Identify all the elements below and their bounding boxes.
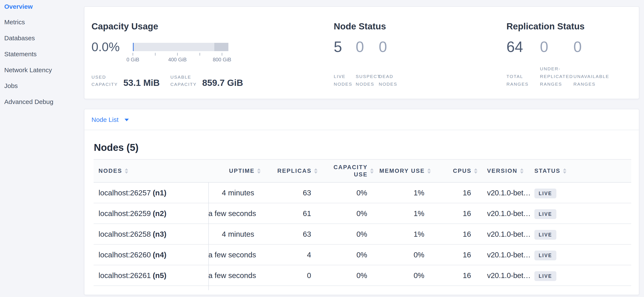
total-ranges-stat: 64 TOTAL RANGES bbox=[506, 39, 523, 88]
capacity-usage-title: Capacity Usage bbox=[92, 21, 158, 31]
memory-use-cell: 1% bbox=[372, 203, 428, 224]
under-replicated-count: 0 bbox=[540, 39, 548, 55]
table-row-n4[interactable]: localhost:26260(n4) a few seconds 4 0% 0… bbox=[94, 245, 631, 265]
uptime-cell: 4 minutes bbox=[208, 224, 258, 244]
column-header-replicas[interactable]: REPLICAS bbox=[258, 160, 316, 182]
status-cell: LIVE bbox=[530, 245, 631, 265]
used-capacity-label: USED CAPACITY bbox=[92, 73, 118, 88]
total-ranges-count: 64 bbox=[506, 39, 523, 55]
table-row-n2[interactable]: localhost:26259(n2) a few seconds 61 0% … bbox=[94, 203, 631, 224]
memory-use-cell: 0% bbox=[372, 265, 428, 286]
capacity-bar-total-segment bbox=[214, 43, 228, 51]
sort-icon bbox=[520, 168, 524, 174]
node-address-cell: localhost:26260(n4) bbox=[94, 245, 208, 265]
table-row-n5[interactable]: localhost:26261(n5) a few seconds 0 0% 0… bbox=[94, 265, 631, 286]
suspect-nodes-count: 0 bbox=[356, 39, 364, 55]
cpus-cell: 16 bbox=[428, 265, 475, 286]
live-nodes-label: LIVE NODES bbox=[334, 73, 352, 88]
table-row-n1[interactable]: localhost:26257(n1) 4 minutes 63 0% 1% 1… bbox=[94, 183, 631, 203]
dead-nodes-label: DEAD NODES bbox=[379, 73, 397, 88]
memory-use-cell: 0% bbox=[372, 245, 428, 265]
capacity-use-cell: 0% bbox=[316, 265, 372, 286]
sort-icon bbox=[563, 168, 566, 174]
under-replicated-stat: 0 UNDER- REPLICATED RANGES bbox=[540, 39, 548, 88]
sort-icon bbox=[125, 168, 128, 174]
column-header-status[interactable]: STATUS bbox=[530, 160, 631, 182]
uptime-cell: a few seconds bbox=[208, 203, 258, 224]
cpus-cell: 16 bbox=[428, 224, 475, 244]
capacity-bar-used-marker bbox=[133, 43, 134, 51]
uptime-cell: 4 minutes bbox=[208, 183, 258, 203]
uptime-cell: a few seconds bbox=[208, 265, 258, 286]
cpus-cell: 16 bbox=[428, 245, 475, 265]
nodes-column-divider bbox=[208, 183, 209, 290]
axis-label-0: 0 GiB bbox=[118, 57, 148, 63]
axis-tick bbox=[222, 53, 222, 56]
cpus-cell: 16 bbox=[428, 203, 475, 224]
replicas-cell: 0 bbox=[258, 265, 316, 286]
cluster-summary-card: Capacity Usage 0.0% 0 GiB 400 GiB 800 Gi… bbox=[84, 6, 639, 99]
replicas-cell: 63 bbox=[258, 183, 316, 203]
capacity-use-cell: 0% bbox=[316, 224, 372, 244]
column-header-capacity-use[interactable]: CAPACITY USE bbox=[316, 160, 372, 182]
memory-use-cell: 1% bbox=[372, 224, 428, 244]
sidebar-item-network-latency[interactable]: Network Latency bbox=[4, 65, 52, 75]
sidebar-item-jobs[interactable]: Jobs bbox=[4, 81, 18, 90]
version-cell: v20.1.0-bet… bbox=[475, 224, 530, 244]
capacity-bar-chart bbox=[133, 43, 228, 51]
capacity-used-percent: 0.0% bbox=[92, 40, 120, 54]
unavailable-ranges-stat: 0 UNAVAILABLE RANGES bbox=[574, 39, 582, 88]
sidebar-item-overview[interactable]: Overview bbox=[4, 2, 33, 11]
nodes-table-header: NODES UPTIME REPLICAS CAPACITY USE MEMOR… bbox=[94, 159, 631, 183]
sidebar: Overview Metrics Databases Statements Ne… bbox=[0, 0, 84, 297]
column-header-memory-use[interactable]: MEMORY USE bbox=[372, 160, 428, 182]
node-address-cell: localhost:26261(n5) bbox=[94, 265, 208, 286]
column-header-cpus[interactable]: CPUS bbox=[428, 160, 475, 182]
column-header-nodes[interactable]: NODES bbox=[94, 160, 208, 182]
suspect-nodes-stat: 0 SUSPECT NODES bbox=[356, 39, 364, 88]
axis-tick bbox=[133, 53, 133, 56]
capacity-use-cell: 0% bbox=[316, 245, 372, 265]
status-cell: LIVE bbox=[530, 265, 631, 286]
node-address-cell: localhost:26258(n3) bbox=[94, 224, 208, 244]
usable-capacity-label: USABLE CAPACITY bbox=[170, 73, 196, 88]
replicas-cell: 61 bbox=[258, 203, 316, 224]
uptime-cell: a few seconds bbox=[208, 245, 258, 265]
axis-label-800: 800 GiB bbox=[207, 57, 237, 63]
status-cell: LIVE bbox=[530, 183, 631, 203]
node-status-title: Node Status bbox=[334, 21, 386, 31]
node-address-cell: localhost:26259(n2) bbox=[94, 203, 208, 224]
status-badge: LIVE bbox=[534, 251, 556, 260]
version-cell: v20.1.0-bet… bbox=[475, 203, 530, 224]
sidebar-item-metrics[interactable]: Metrics bbox=[4, 17, 25, 27]
axis-label-400: 400 GiB bbox=[162, 57, 192, 63]
capacity-use-cell: 0% bbox=[316, 183, 372, 203]
column-header-version[interactable]: VERSION bbox=[475, 160, 530, 182]
dead-nodes-stat: 0 DEAD NODES bbox=[379, 39, 387, 88]
memory-use-cell: 1% bbox=[372, 183, 428, 203]
cpus-cell: 16 bbox=[428, 183, 475, 203]
capacity-stats: USED CAPACITY 53.1 MiB USABLE CAPACITY 8… bbox=[92, 73, 243, 88]
sidebar-item-advanced-debug[interactable]: Advanced Debug bbox=[4, 97, 53, 106]
unavailable-ranges-count: 0 bbox=[574, 39, 582, 55]
nodes-table-title: Nodes (5) bbox=[94, 142, 138, 153]
suspect-nodes-label: SUSPECT NODES bbox=[356, 73, 381, 88]
status-badge: LIVE bbox=[534, 189, 556, 198]
used-capacity-value: 53.1 MiB bbox=[123, 78, 160, 88]
under-replicated-label: UNDER- REPLICATED RANGES bbox=[540, 65, 573, 88]
admin-ui-overview-page: Overview Metrics Databases Statements Ne… bbox=[0, 0, 644, 297]
node-list-dropdown[interactable]: Node List bbox=[92, 109, 129, 130]
node-list-dropdown-label: Node List bbox=[92, 116, 118, 123]
table-row-n3[interactable]: localhost:26258(n3) 4 minutes 63 0% 1% 1… bbox=[94, 224, 631, 245]
sidebar-item-statements[interactable]: Statements bbox=[4, 49, 37, 59]
version-cell: v20.1.0-bet… bbox=[475, 245, 530, 265]
version-cell: v20.1.0-bet… bbox=[475, 265, 530, 286]
dead-nodes-count: 0 bbox=[379, 39, 387, 55]
node-address-cell: localhost:26257(n1) bbox=[94, 183, 208, 203]
sidebar-item-databases[interactable]: Databases bbox=[4, 33, 35, 43]
column-header-uptime[interactable]: UPTIME bbox=[208, 160, 258, 182]
status-badge: LIVE bbox=[534, 271, 556, 281]
unavailable-ranges-label: UNAVAILABLE RANGES bbox=[574, 73, 609, 88]
live-nodes-stat: 5 LIVE NODES bbox=[334, 39, 342, 88]
replication-status-title: Replication Status bbox=[506, 21, 584, 31]
